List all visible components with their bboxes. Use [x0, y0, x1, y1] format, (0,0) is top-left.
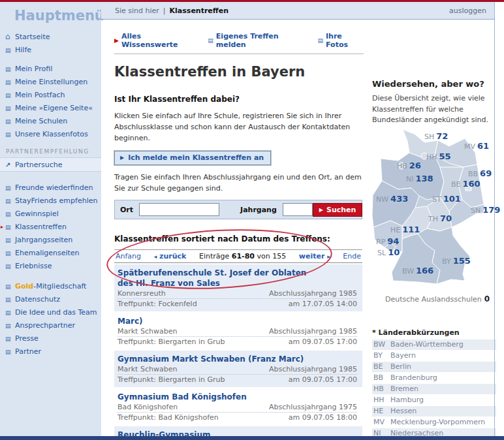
document-icon: ▤: [5, 79, 15, 86]
content-link-label: Ihre Fotos: [326, 32, 364, 49]
pagination-next[interactable]: weiter ▸: [299, 252, 330, 260]
sidebar-item-mein-postfach[interactable]: ▤Mein Postfach: [0, 88, 101, 101]
abbreviation-code: HE: [373, 407, 390, 415]
logout-link[interactable]: ausloggen: [449, 7, 486, 15]
register-reunion-button[interactable]: ▶ Ich melde mein Klassentreffen an: [114, 151, 271, 165]
sidebar-item-freunde-wiederfinden[interactable]: ▤Freunde wiederfinden: [0, 181, 101, 194]
jahrgang-input[interactable]: [283, 203, 313, 216]
page-right-border: [494, 2, 495, 436]
sidebar-section-header: PARTNEREMPFEHLUNG: [0, 140, 101, 157]
map-label-mv: MV61: [464, 141, 489, 151]
sidebar-section: ⌂Startseite▤Hilfe: [0, 30, 101, 56]
sidebar-item-die-idee-und-das-team[interactable]: ▤Die Idee und das Team: [0, 306, 101, 319]
ort-input[interactable]: [139, 203, 219, 216]
entry-school-link[interactable]: Gymnasium Markt Schwaben (Franz Marc): [118, 354, 320, 364]
pagination-last[interactable]: Ende: [343, 252, 361, 260]
state-count: 55: [439, 151, 451, 161]
sidebar-item-label: Mein Profil: [15, 65, 52, 73]
sidebar-item-label: Presse: [15, 334, 39, 343]
sidebar-item-partnersuche[interactable]: ↗Partnersuche: [0, 157, 101, 172]
sidebar-item-gewinnspiel[interactable]: ▤Gewinnspiel: [0, 207, 101, 220]
sidebar-item-label: Gold-Mitgliedschaft: [15, 282, 86, 291]
germany-map: SH72MV61HH55HB26NI138BB69BE160NW433ST101…: [372, 129, 496, 294]
sidebar-item-ansprechpartner[interactable]: ▤Ansprechpartner: [0, 319, 101, 332]
sidebar-item-startseite[interactable]: ⌂Startseite: [0, 30, 101, 43]
state-count: 160: [463, 179, 480, 189]
content-link-eigenes-treffen-melden[interactable]: ▤Eigenes Treffen melden: [208, 32, 304, 49]
bottom-navy-bar: [0, 436, 504, 440]
sidebar-item-label: Startseite: [15, 33, 50, 41]
abbreviation-name: Mecklenburg-Vorpommern: [390, 418, 485, 426]
sidebar-title: Hauptmenü: [0, 2, 101, 30]
map-label-hb: HB26: [397, 161, 421, 170]
content-link-alles-wissenswerte[interactable]: ▶Alles Wissenswerte: [114, 32, 195, 49]
red-arrow-icon: ▶: [114, 37, 119, 44]
map-label-sl: SL10: [377, 247, 400, 257]
sidebar-item-label: Meine Einstellungen: [15, 78, 87, 86]
sidebar-item-datenschutz[interactable]: ▤Datenschutz: [0, 292, 101, 306]
pagination-prev[interactable]: ◂ zurück: [154, 252, 187, 260]
document-icon: ▤: [5, 336, 15, 342]
document-icon: ▤: [5, 105, 15, 112]
sidebar-item-klassentreffen[interactable]: ▸▤Klassentreffen: [0, 220, 101, 233]
sidebar-item-hilfe[interactable]: ▤Hilfe: [0, 43, 101, 56]
map-label-be: BE160: [451, 179, 480, 189]
sidebar-item-partner[interactable]: ▤Partner: [0, 345, 101, 358]
sidebar-item-ehemaligenseiten[interactable]: ▤Ehemaligenseiten: [0, 246, 101, 259]
sidebar-item-label: Meine »Eigene Seite«: [15, 104, 93, 112]
map-label-sn: SN179: [471, 205, 500, 215]
sidebar-item-label: Mein Postfach: [15, 91, 65, 99]
state-abbr: BE: [451, 180, 461, 189]
state-count: 94: [387, 236, 399, 246]
state-abbr: ST: [432, 195, 441, 204]
document-icon: ▤: [5, 309, 15, 316]
state-abbr: HH: [426, 153, 437, 161]
abbreviation-row: HHHamburg: [372, 395, 496, 405]
entry-school-link[interactable]: Marc): [118, 316, 320, 326]
sidebar-nav: ⌂Startseite▤Hilfe▤Mein Profil▤Meine Eins…: [0, 30, 101, 358]
search-hint-text: Tragen Sie einfach Ihren Abschlussjahrga…: [114, 172, 372, 194]
sidebar-item--mitgliedschaft[interactable]: ▤Gold-Mitgliedschaft: [0, 279, 101, 292]
state-count: 111: [402, 225, 420, 234]
state-abbr: SN: [471, 206, 480, 215]
sidebar-item-meine-eigene-seite-[interactable]: ▤Meine »Eigene Seite«: [0, 101, 101, 114]
entry-detail-row: Treffpunkt: Bad Königshofenam 09.07.05 1…: [118, 413, 357, 422]
sidebar-section: ↗Partnersuche: [0, 157, 101, 172]
pagination-first[interactable]: Anfang: [116, 252, 141, 260]
abroad-count: 0: [484, 294, 490, 304]
map-label-by: BY155: [442, 256, 471, 266]
sidebar-item-mein-profil[interactable]: ▤Mein Profil: [0, 62, 101, 75]
pagination-info: Einträge 61-80 von 155: [199, 252, 286, 260]
sidebar-item-label: Unsere Klassenfotos: [15, 130, 88, 138]
map-description: Diese Übersicht zeigt, wie viele Klassen…: [372, 93, 500, 126]
sidebar-item-meine-einstellungen[interactable]: ▤Meine Einstellungen: [0, 75, 101, 88]
map-label-hh: HH55: [426, 151, 451, 161]
sidebar-item-label: StayFriends empfehlen: [15, 196, 97, 205]
suchen-button[interactable]: ▶ Suchen: [313, 203, 363, 217]
sidebar-section: ▤Gold-Mitgliedschaft▤Datenschutz▤Die Ide…: [0, 279, 101, 358]
sidebar-item-meine-schulen[interactable]: ▤Meine Schulen: [0, 114, 101, 127]
home-icon: ⌂: [5, 34, 15, 40]
sidebar-item-presse[interactable]: ▤Presse: [0, 332, 101, 345]
abbreviations-title: * Länderabkürzungen: [372, 328, 496, 337]
entry-school-link[interactable]: Spätberufenenschule St. Josef der Oblate…: [118, 268, 320, 289]
state-abbr: BY: [442, 257, 451, 266]
entry-detail-row: Treffpunkt: Biergarten in Grubam 09.07.0…: [118, 337, 357, 347]
content-link-ihre-fotos[interactable]: ▤Ihre Fotos: [317, 32, 364, 49]
document-icon: ▤: [5, 349, 15, 355]
entry-detail-row: Markt SchwabenAbschlussjahrgang 1985: [118, 326, 357, 337]
breadcrumb-prefix: Sie sind hier: [115, 7, 159, 15]
reunion-list: Spätberufenenschule St. Josef der Oblate…: [114, 264, 362, 440]
state-abbr: NI: [406, 175, 413, 183]
sidebar-item-unsere-klassenfotos[interactable]: ▤Unsere Klassenfotos: [0, 127, 101, 140]
entry-date: am 17.07.05 14:00: [289, 299, 357, 309]
document-icon: ▤: [5, 185, 15, 191]
entry-school-link[interactable]: Gymnasium Bad Königshofen: [118, 392, 320, 402]
sidebar-item-jahrgangsseiten[interactable]: ▤Jahrgangsseiten: [0, 233, 101, 246]
document-icon: ▤: [5, 283, 15, 290]
state-count: 155: [453, 256, 471, 266]
entry-meeting-point: Treffpunkt: Biergarten in Grub: [118, 337, 225, 347]
sidebar-item-stayfriends-empfehlen[interactable]: ▤StayFriends empfehlen: [0, 194, 101, 207]
sidebar-item-erlebnisse[interactable]: ▤Erlebnisse: [0, 259, 101, 272]
abbreviation-row: BBBrandenburg: [372, 373, 496, 383]
